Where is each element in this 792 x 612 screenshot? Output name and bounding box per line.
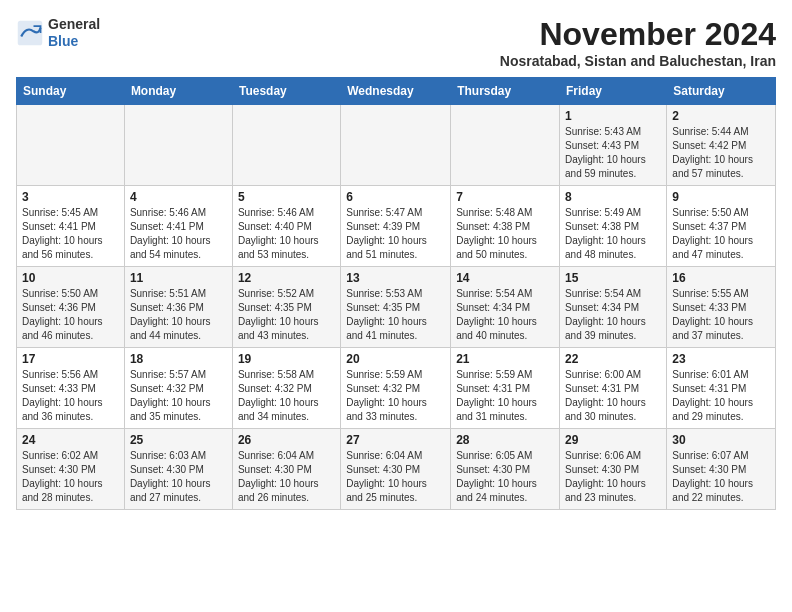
day-number: 16: [672, 271, 770, 285]
day-number: 28: [456, 433, 554, 447]
day-number: 18: [130, 352, 227, 366]
calendar-cell: 3Sunrise: 5:45 AM Sunset: 4:41 PM Daylig…: [17, 186, 125, 267]
calendar-cell: 5Sunrise: 5:46 AM Sunset: 4:40 PM Daylig…: [232, 186, 340, 267]
day-info: Sunrise: 6:06 AM Sunset: 4:30 PM Dayligh…: [565, 449, 661, 505]
week-row-3: 17Sunrise: 5:56 AM Sunset: 4:33 PM Dayli…: [17, 348, 776, 429]
day-number: 12: [238, 271, 335, 285]
day-info: Sunrise: 6:01 AM Sunset: 4:31 PM Dayligh…: [672, 368, 770, 424]
day-number: 6: [346, 190, 445, 204]
calendar-cell: 27Sunrise: 6:04 AM Sunset: 4:30 PM Dayli…: [341, 429, 451, 510]
page-header: General Blue November 2024 Nosratabad, S…: [16, 16, 776, 69]
calendar-cell: [451, 105, 560, 186]
calendar-cell: [17, 105, 125, 186]
week-row-1: 3Sunrise: 5:45 AM Sunset: 4:41 PM Daylig…: [17, 186, 776, 267]
day-info: Sunrise: 6:04 AM Sunset: 4:30 PM Dayligh…: [346, 449, 445, 505]
calendar-cell: 17Sunrise: 5:56 AM Sunset: 4:33 PM Dayli…: [17, 348, 125, 429]
header-monday: Monday: [124, 78, 232, 105]
calendar-cell: 26Sunrise: 6:04 AM Sunset: 4:30 PM Dayli…: [232, 429, 340, 510]
header-wednesday: Wednesday: [341, 78, 451, 105]
day-info: Sunrise: 5:54 AM Sunset: 4:34 PM Dayligh…: [565, 287, 661, 343]
day-info: Sunrise: 5:46 AM Sunset: 4:40 PM Dayligh…: [238, 206, 335, 262]
header-tuesday: Tuesday: [232, 78, 340, 105]
day-info: Sunrise: 5:56 AM Sunset: 4:33 PM Dayligh…: [22, 368, 119, 424]
day-number: 15: [565, 271, 661, 285]
header-thursday: Thursday: [451, 78, 560, 105]
calendar-cell: 13Sunrise: 5:53 AM Sunset: 4:35 PM Dayli…: [341, 267, 451, 348]
day-number: 2: [672, 109, 770, 123]
calendar-cell: 14Sunrise: 5:54 AM Sunset: 4:34 PM Dayli…: [451, 267, 560, 348]
calendar-body: 1Sunrise: 5:43 AM Sunset: 4:43 PM Daylig…: [17, 105, 776, 510]
calendar-table: SundayMondayTuesdayWednesdayThursdayFrid…: [16, 77, 776, 510]
header-sunday: Sunday: [17, 78, 125, 105]
day-number: 24: [22, 433, 119, 447]
day-number: 1: [565, 109, 661, 123]
day-number: 14: [456, 271, 554, 285]
calendar-cell: 30Sunrise: 6:07 AM Sunset: 4:30 PM Dayli…: [667, 429, 776, 510]
week-row-4: 24Sunrise: 6:02 AM Sunset: 4:30 PM Dayli…: [17, 429, 776, 510]
day-number: 19: [238, 352, 335, 366]
calendar-cell: 18Sunrise: 5:57 AM Sunset: 4:32 PM Dayli…: [124, 348, 232, 429]
logo-icon: [16, 19, 44, 47]
day-info: Sunrise: 5:57 AM Sunset: 4:32 PM Dayligh…: [130, 368, 227, 424]
calendar-cell: 28Sunrise: 6:05 AM Sunset: 4:30 PM Dayli…: [451, 429, 560, 510]
day-info: Sunrise: 5:50 AM Sunset: 4:36 PM Dayligh…: [22, 287, 119, 343]
calendar-cell: 6Sunrise: 5:47 AM Sunset: 4:39 PM Daylig…: [341, 186, 451, 267]
day-number: 13: [346, 271, 445, 285]
calendar-cell: 21Sunrise: 5:59 AM Sunset: 4:31 PM Dayli…: [451, 348, 560, 429]
day-info: Sunrise: 5:45 AM Sunset: 4:41 PM Dayligh…: [22, 206, 119, 262]
logo-line1: General: [48, 16, 100, 33]
calendar-cell: [232, 105, 340, 186]
day-number: 30: [672, 433, 770, 447]
calendar-cell: 22Sunrise: 6:00 AM Sunset: 4:31 PM Dayli…: [560, 348, 667, 429]
day-number: 21: [456, 352, 554, 366]
day-info: Sunrise: 5:52 AM Sunset: 4:35 PM Dayligh…: [238, 287, 335, 343]
header-friday: Friday: [560, 78, 667, 105]
day-info: Sunrise: 5:47 AM Sunset: 4:39 PM Dayligh…: [346, 206, 445, 262]
day-info: Sunrise: 5:44 AM Sunset: 4:42 PM Dayligh…: [672, 125, 770, 181]
day-number: 27: [346, 433, 445, 447]
calendar-cell: 10Sunrise: 5:50 AM Sunset: 4:36 PM Dayli…: [17, 267, 125, 348]
month-title: November 2024: [500, 16, 776, 53]
calendar-cell: [341, 105, 451, 186]
location-title: Nosratabad, Sistan and Baluchestan, Iran: [500, 53, 776, 69]
day-number: 8: [565, 190, 661, 204]
day-number: 7: [456, 190, 554, 204]
day-info: Sunrise: 5:55 AM Sunset: 4:33 PM Dayligh…: [672, 287, 770, 343]
day-info: Sunrise: 6:00 AM Sunset: 4:31 PM Dayligh…: [565, 368, 661, 424]
day-info: Sunrise: 6:04 AM Sunset: 4:30 PM Dayligh…: [238, 449, 335, 505]
day-number: 3: [22, 190, 119, 204]
calendar-cell: 1Sunrise: 5:43 AM Sunset: 4:43 PM Daylig…: [560, 105, 667, 186]
day-info: Sunrise: 5:43 AM Sunset: 4:43 PM Dayligh…: [565, 125, 661, 181]
day-info: Sunrise: 5:46 AM Sunset: 4:41 PM Dayligh…: [130, 206, 227, 262]
day-number: 26: [238, 433, 335, 447]
logo: General Blue: [16, 16, 100, 50]
day-info: Sunrise: 5:59 AM Sunset: 4:31 PM Dayligh…: [456, 368, 554, 424]
calendar-cell: 19Sunrise: 5:58 AM Sunset: 4:32 PM Dayli…: [232, 348, 340, 429]
week-row-2: 10Sunrise: 5:50 AM Sunset: 4:36 PM Dayli…: [17, 267, 776, 348]
calendar-cell: 29Sunrise: 6:06 AM Sunset: 4:30 PM Dayli…: [560, 429, 667, 510]
day-number: 22: [565, 352, 661, 366]
day-number: 10: [22, 271, 119, 285]
logo-line2: Blue: [48, 33, 100, 50]
day-info: Sunrise: 5:49 AM Sunset: 4:38 PM Dayligh…: [565, 206, 661, 262]
calendar-cell: [124, 105, 232, 186]
calendar-cell: 15Sunrise: 5:54 AM Sunset: 4:34 PM Dayli…: [560, 267, 667, 348]
calendar-cell: 8Sunrise: 5:49 AM Sunset: 4:38 PM Daylig…: [560, 186, 667, 267]
svg-rect-0: [18, 21, 43, 46]
title-block: November 2024 Nosratabad, Sistan and Bal…: [500, 16, 776, 69]
calendar-cell: 23Sunrise: 6:01 AM Sunset: 4:31 PM Dayli…: [667, 348, 776, 429]
day-number: 5: [238, 190, 335, 204]
day-number: 11: [130, 271, 227, 285]
day-number: 29: [565, 433, 661, 447]
calendar-header-row: SundayMondayTuesdayWednesdayThursdayFrid…: [17, 78, 776, 105]
day-number: 23: [672, 352, 770, 366]
week-row-0: 1Sunrise: 5:43 AM Sunset: 4:43 PM Daylig…: [17, 105, 776, 186]
day-info: Sunrise: 6:07 AM Sunset: 4:30 PM Dayligh…: [672, 449, 770, 505]
day-info: Sunrise: 5:48 AM Sunset: 4:38 PM Dayligh…: [456, 206, 554, 262]
day-info: Sunrise: 5:50 AM Sunset: 4:37 PM Dayligh…: [672, 206, 770, 262]
calendar-cell: 2Sunrise: 5:44 AM Sunset: 4:42 PM Daylig…: [667, 105, 776, 186]
calendar-cell: 16Sunrise: 5:55 AM Sunset: 4:33 PM Dayli…: [667, 267, 776, 348]
day-info: Sunrise: 6:05 AM Sunset: 4:30 PM Dayligh…: [456, 449, 554, 505]
calendar-cell: 7Sunrise: 5:48 AM Sunset: 4:38 PM Daylig…: [451, 186, 560, 267]
day-info: Sunrise: 5:58 AM Sunset: 4:32 PM Dayligh…: [238, 368, 335, 424]
